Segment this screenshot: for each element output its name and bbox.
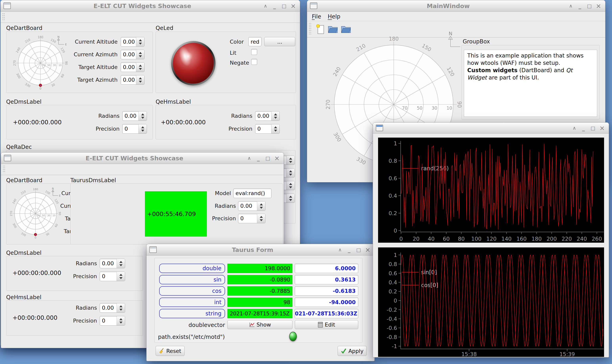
close-button[interactable]: × — [598, 123, 606, 134]
toolbar-handle[interactable] — [3, 166, 5, 173]
edit-button[interactable]: Edit — [295, 320, 358, 329]
titlebar-mainwindow[interactable]: MainWindow ∧ _ □ × — [307, 0, 605, 12]
minimize-button[interactable]: _ — [575, 0, 584, 12]
spinbox-buttons[interactable] — [117, 259, 125, 268]
target-azimuth-spinbox[interactable]: 0.00 — [121, 75, 144, 85]
write-value-double[interactable]: 6.0000 — [295, 264, 358, 273]
current-altitude-spinbox[interactable]: 0.00 — [121, 37, 144, 47]
spinbox-buttons[interactable] — [286, 156, 295, 165]
titlebar-showcase-2[interactable]: E-ELT CUT Widgets Showcase ∧ _ □ × — [1, 153, 284, 164]
minimize-button[interactable]: _ — [579, 123, 588, 134]
spin-down-icon[interactable] — [119, 264, 122, 266]
maximize-button[interactable]: □ — [354, 244, 363, 256]
attr-label-sin[interactable]: sin — [159, 275, 225, 284]
spin-down-icon[interactable] — [289, 174, 292, 176]
spin-up-icon[interactable] — [260, 216, 263, 218]
minimize-button[interactable]: _ — [270, 0, 279, 12]
spinbox-buttons[interactable] — [138, 111, 147, 120]
spinbox-buttons[interactable] — [136, 37, 144, 46]
spinbox-buttons[interactable] — [286, 169, 295, 177]
spin-up-icon[interactable] — [119, 318, 122, 320]
spinbox-buttons[interactable] — [271, 124, 280, 133]
apply-button[interactable]: Apply — [338, 346, 366, 356]
spin-down-icon[interactable] — [141, 117, 144, 119]
hms-radians-spinbox[interactable]: 0.00 — [255, 111, 280, 121]
spin-down-icon[interactable] — [119, 322, 122, 324]
spin-up-icon[interactable] — [139, 52, 142, 54]
hms-precision-spinbox[interactable]: 0 — [100, 316, 125, 325]
spin-up-icon[interactable] — [141, 113, 144, 115]
show-button[interactable]: Show — [227, 320, 292, 329]
spinbox-buttons[interactable] — [136, 50, 144, 59]
spin-down-icon[interactable] — [139, 81, 142, 83]
spin-down-icon[interactable] — [289, 161, 292, 163]
close-button[interactable]: × — [273, 153, 281, 164]
spin-down-icon[interactable] — [274, 117, 277, 119]
description-textbox[interactable]: This is an example application that show… — [464, 50, 597, 117]
spin-up-icon[interactable] — [119, 261, 122, 263]
chart-sin-cos[interactable]: 10.80.60.40.20-0.2-0.4-0.6-0.8-115:3815:… — [378, 247, 604, 357]
write-value-string[interactable]: 021-07-28T15:36:03Z — [295, 309, 358, 318]
minimize-button[interactable]: _ — [345, 244, 353, 256]
spin-up-icon[interactable] — [141, 126, 144, 128]
hms-precision-spinbox[interactable]: 0 — [255, 124, 280, 134]
spin-down-icon[interactable] — [119, 309, 122, 311]
spinbox-buttons[interactable] — [286, 181, 295, 190]
titlebar-plot[interactable]: ∧ _ □ × — [373, 123, 609, 134]
spin-up-icon[interactable] — [274, 126, 277, 128]
maximize-button[interactable]: □ — [585, 0, 594, 12]
write-value-int[interactable]: -94.0000 — [295, 298, 358, 307]
dms-radians-spinbox[interactable]: 0.00 — [122, 111, 147, 121]
maximize-button[interactable]: □ — [589, 123, 597, 134]
spin-up-icon[interactable] — [274, 113, 277, 115]
window-taurus-form[interactable]: Taurus Form ∧ _ □ × double 198.0000 6.00… — [146, 244, 375, 361]
dms-radians-spinbox[interactable]: 0.00 — [100, 259, 125, 268]
spin-up-icon[interactable] — [289, 196, 292, 198]
attr-label-int[interactable]: int — [159, 298, 225, 307]
spinbox-buttons[interactable] — [271, 111, 280, 120]
spin-down-icon[interactable] — [139, 68, 142, 70]
spinbox-buttons[interactable] — [286, 194, 295, 203]
maximize-button[interactable]: □ — [280, 0, 288, 12]
spin-down-icon[interactable] — [274, 130, 277, 132]
write-value-sin[interactable]: 0.3613 — [295, 275, 358, 284]
maximize-button[interactable]: □ — [263, 153, 272, 164]
spin-up-icon[interactable] — [289, 158, 292, 160]
dms-precision-spinbox[interactable]: 0 — [100, 272, 125, 281]
close-button[interactable]: × — [363, 244, 372, 256]
spinbox-buttons[interactable] — [117, 303, 125, 312]
model-field[interactable]: eval:rand() — [233, 189, 271, 198]
spin-down-icon[interactable] — [119, 277, 122, 279]
spin-up-icon[interactable] — [289, 170, 292, 172]
spinbox-buttons[interactable] — [136, 75, 144, 84]
attr-label-cos[interactable]: cos — [159, 286, 225, 296]
spin-down-icon[interactable] — [289, 186, 292, 188]
spinbox-buttons[interactable] — [117, 316, 125, 325]
shade-button[interactable]: ∧ — [245, 153, 254, 164]
spin-up-icon[interactable] — [139, 65, 142, 67]
shade-button[interactable]: ∧ — [566, 0, 575, 12]
write-value-cos[interactable]: -0.6183 — [295, 286, 358, 296]
spinbox-buttons[interactable] — [138, 124, 147, 133]
spinbox-buttons[interactable] — [117, 272, 125, 281]
taurus-radians-spinbox[interactable]: 0.00 — [238, 201, 265, 211]
titlebar-taurus-form[interactable]: Taurus Form ∧ _ □ × — [146, 244, 375, 256]
menu-file[interactable]: File — [311, 12, 322, 21]
color-browse-button[interactable]: ... — [264, 37, 295, 46]
target-altitude-spinbox[interactable]: 0.00 — [121, 63, 144, 72]
spin-down-icon[interactable] — [139, 43, 142, 45]
close-button[interactable]: × — [594, 0, 603, 12]
titlebar-showcase-1[interactable]: E-ELT CUT Widgets Showcase ∧ _ □ × — [0, 0, 300, 12]
spin-up-icon[interactable] — [119, 274, 122, 276]
spin-down-icon[interactable] — [260, 207, 263, 209]
spinbox-buttons[interactable] — [257, 201, 265, 210]
spin-down-icon[interactable] — [260, 219, 263, 221]
lit-checkbox[interactable] — [251, 49, 257, 55]
spin-up-icon[interactable] — [139, 39, 142, 41]
toolbar-handle[interactable] — [309, 23, 311, 36]
negate-checkbox[interactable] — [251, 59, 257, 65]
attr-label-string[interactable]: string — [159, 309, 225, 318]
toolbar-handle[interactable] — [2, 13, 5, 21]
spin-up-icon[interactable] — [260, 203, 263, 205]
close-button[interactable]: × — [289, 0, 298, 12]
